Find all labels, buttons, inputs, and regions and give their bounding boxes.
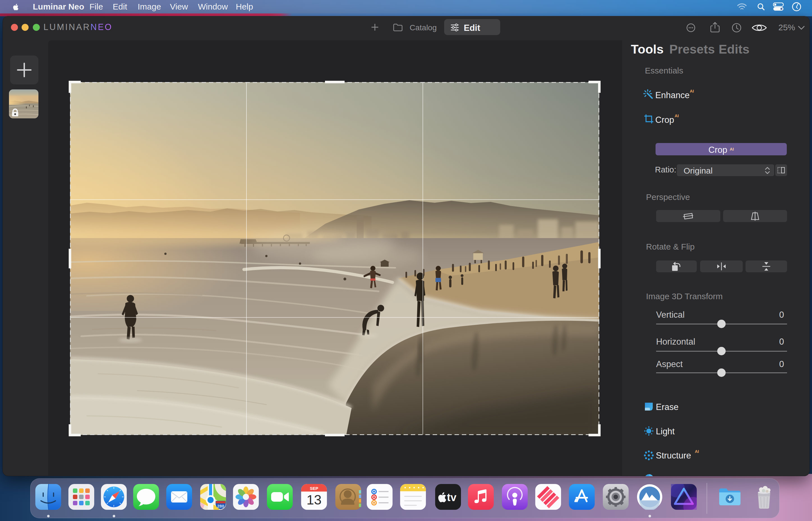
svg-text:280: 280: [217, 504, 224, 508]
svg-text:tv: tv: [447, 492, 457, 503]
svg-text:13: 13: [306, 492, 321, 507]
svg-text:SEP: SEP: [310, 486, 318, 491]
